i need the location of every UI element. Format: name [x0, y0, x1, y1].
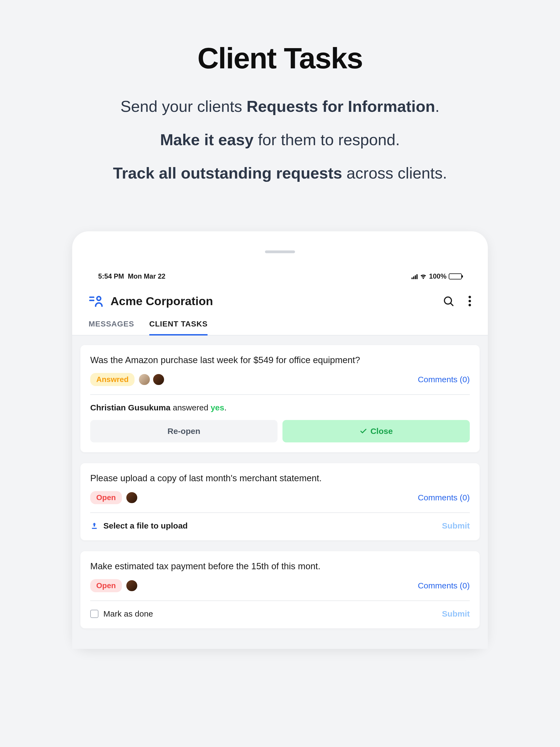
svg-point-5 — [468, 296, 471, 298]
svg-line-4 — [450, 303, 453, 305]
task-card: Make estimated tax payment before the 15… — [80, 551, 480, 628]
tab-messages[interactable]: MESSAGES — [88, 319, 134, 335]
reopen-button[interactable]: Re-open — [90, 420, 278, 442]
submit-button[interactable]: Submit — [442, 521, 470, 531]
hero-subtitle-1: Send your clients Requests for Informati… — [0, 97, 560, 115]
tabs: MESSAGES CLIENT TASKS — [72, 309, 488, 335]
device-notch — [265, 251, 295, 253]
battery-icon — [449, 274, 462, 279]
close-button[interactable]: Close — [282, 420, 470, 442]
status-badge: Open — [90, 491, 122, 504]
more-icon[interactable] — [468, 295, 472, 307]
upload-label[interactable]: Select a file to upload — [103, 521, 187, 531]
avatar — [126, 579, 138, 592]
task-card: Was the Amazon purchase last week for $5… — [80, 345, 480, 452]
comments-link[interactable]: Comments (0) — [418, 375, 470, 384]
status-badge: Open — [90, 579, 122, 592]
comments-link[interactable]: Comments (0) — [418, 493, 470, 502]
upload-icon — [90, 522, 98, 530]
content-area: Was the Amazon purchase last week for $5… — [72, 335, 488, 649]
wifi-icon — [420, 274, 427, 279]
device-frame: 5:54 PM Mon Mar 22 100% Acme Corporation… — [72, 231, 488, 649]
checkbox-label: Mark as done — [103, 609, 153, 618]
task-card: Please upload a copy of last month's mer… — [80, 463, 480, 540]
avatar — [126, 492, 138, 504]
client-list-icon[interactable] — [88, 293, 104, 309]
hero-subtitle-3: Track all outstanding requests across cl… — [0, 164, 560, 182]
check-icon — [360, 428, 367, 435]
divider — [90, 512, 470, 513]
divider — [90, 600, 470, 601]
task-title: Was the Amazon purchase last week for $5… — [90, 355, 470, 365]
svg-point-7 — [468, 304, 471, 306]
comments-link[interactable]: Comments (0) — [418, 581, 470, 590]
status-time: 5:54 PM — [98, 272, 124, 280]
app-header: Acme Corporation — [72, 280, 488, 309]
svg-point-2 — [97, 297, 101, 301]
tab-client-tasks[interactable]: CLIENT TASKS — [149, 319, 208, 335]
battery-percent: 100% — [429, 272, 447, 280]
status-date: Mon Mar 22 — [128, 272, 166, 280]
search-icon[interactable] — [442, 295, 455, 307]
status-badge: Answred — [90, 373, 134, 386]
done-checkbox[interactable] — [90, 610, 98, 618]
avatar — [153, 374, 164, 386]
status-bar: 5:54 PM Mon Mar 22 100% — [72, 272, 488, 280]
submit-button[interactable]: Submit — [442, 609, 470, 618]
hero-section: Client Tasks Send your clients Requests … — [0, 0, 560, 182]
hero-subtitle-2: Make it easy for them to respond. — [0, 130, 560, 149]
task-title: Please upload a copy of last month's mer… — [90, 473, 470, 483]
divider — [90, 394, 470, 395]
avatar — [138, 374, 150, 386]
company-name: Acme Corporation — [110, 294, 436, 308]
signal-icon — [411, 274, 417, 279]
svg-point-6 — [468, 300, 471, 302]
task-title: Make estimated tax payment before the 15… — [90, 561, 470, 571]
hero-title: Client Tasks — [0, 41, 560, 75]
answer-line: Christian Gusukuma answered yes. — [90, 403, 470, 412]
